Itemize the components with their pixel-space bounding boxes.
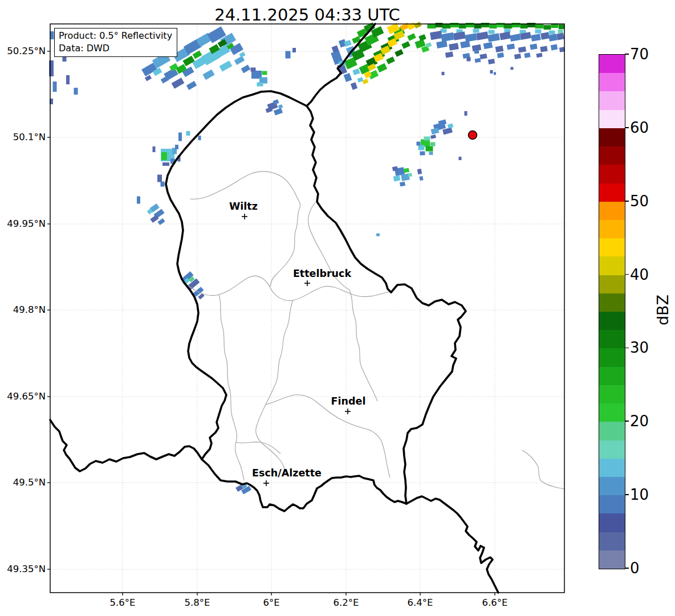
radar-echo-cell xyxy=(466,23,474,27)
radar-echo-cell xyxy=(351,82,357,89)
radar-echo-cell xyxy=(175,145,178,149)
y-axis-tick-label: 50.25°N xyxy=(0,45,46,58)
radar-echo-cell xyxy=(172,77,185,89)
y-axis-tick-label: 49.8°N xyxy=(0,304,46,316)
radar-echo-cell xyxy=(234,56,245,65)
colorbar-segment xyxy=(599,201,625,220)
colorbar-segment xyxy=(599,238,625,257)
radar-echo-cell xyxy=(426,146,433,152)
radar-echo-cell xyxy=(404,168,409,173)
colorbar-tick-mark xyxy=(625,421,629,422)
colorbar-segment xyxy=(599,513,625,532)
radar-echo-cell xyxy=(499,32,511,40)
radar-echo-cell xyxy=(401,41,410,49)
x-axis-tick-label: 6.4°E xyxy=(395,597,446,609)
district-borders xyxy=(181,172,564,489)
radar-echo-cell xyxy=(424,137,430,141)
colorbar-tick-label: 0 xyxy=(630,559,640,577)
colorbar-tick-label: 20 xyxy=(630,412,649,430)
colorbar-segment xyxy=(599,109,625,128)
radar-echo-cell xyxy=(198,136,201,140)
radar-echo-cell xyxy=(512,23,521,27)
radar-echo-cell xyxy=(153,146,156,152)
radar-echo-cell xyxy=(274,108,283,115)
colorbar-segment xyxy=(599,275,625,293)
colorbar-segment xyxy=(599,532,625,550)
radar-echo-cell xyxy=(400,182,405,186)
radar-echo-cell xyxy=(479,54,487,59)
radar-echo-cell xyxy=(362,79,368,84)
radar-echo-cell xyxy=(357,77,364,83)
radar-map xyxy=(0,0,675,616)
radar-echo-cell xyxy=(527,23,536,27)
radar-echo-cell xyxy=(292,48,296,52)
colorbar-segment xyxy=(599,73,625,92)
data-source-label: Data: DWD xyxy=(59,42,172,55)
colorbar-segment xyxy=(599,312,625,331)
radar-echo-cell xyxy=(438,119,447,125)
colorbar-segment xyxy=(599,165,625,183)
radar-echo-cell xyxy=(431,128,440,134)
colorbar-segment xyxy=(599,550,625,569)
colorbar-tick-label: 70 xyxy=(630,45,649,63)
colorbar-segment xyxy=(599,385,625,403)
product-info-box: Product: 0.5° Reflectivity Data: DWD xyxy=(54,28,177,57)
colorbar-segment xyxy=(599,146,625,165)
map-markers xyxy=(242,131,477,487)
radar-echo-cell xyxy=(239,52,245,58)
colorbar-tick-mark xyxy=(625,54,629,55)
radar-echo-cell xyxy=(193,51,202,59)
radar-echo-cell xyxy=(430,31,442,40)
radar-echo-cell xyxy=(417,142,421,146)
radar-echo-cell xyxy=(178,133,182,141)
colorbar-segment xyxy=(599,422,625,440)
radar-echo-cell xyxy=(524,52,530,58)
radar-echo-cell xyxy=(414,22,421,28)
radar-echo-cell xyxy=(278,104,283,109)
grid-lines xyxy=(50,24,564,593)
station-dot xyxy=(469,131,477,140)
radar-echo-cell xyxy=(430,134,436,139)
colorbar-segment xyxy=(599,183,625,202)
radar-echo-cell xyxy=(558,30,563,34)
colorbar-tick-mark xyxy=(625,201,629,202)
radar-echo-cell xyxy=(202,70,214,80)
district-line xyxy=(190,172,300,287)
colorbar-segment xyxy=(599,330,625,349)
radar-echo-cell xyxy=(481,23,490,27)
y-axis-tick-label: 49.95°N xyxy=(0,218,46,230)
radar-echo-cell xyxy=(507,43,515,50)
x-axis-tick-label: 5.8°E xyxy=(172,597,223,609)
radar-figure: 24.11.2025 04:33 UTC Product: 0.5° Refle… xyxy=(0,0,675,616)
belgium-france-border xyxy=(50,420,202,471)
city-label: Wiltz xyxy=(229,201,258,212)
radar-echo-cell xyxy=(489,30,495,34)
radar-echo-cell xyxy=(474,24,482,28)
colorbar-tick-label: 60 xyxy=(630,119,649,137)
radar-echo-cell xyxy=(549,31,555,35)
radar-echo-cell xyxy=(510,34,521,42)
colorbar-tick-label: 50 xyxy=(630,192,649,210)
colorbar-segment xyxy=(599,403,625,422)
radar-echo-cell xyxy=(544,25,551,30)
radar-echo-cell xyxy=(429,152,433,155)
radar-echo-cell xyxy=(445,51,453,58)
y-axis-tick-label: 49.5°N xyxy=(0,476,46,489)
radar-echo-cell xyxy=(407,33,416,41)
colorbar-unit-label: dBZ xyxy=(654,290,672,330)
colorbar-tick-label: 30 xyxy=(630,338,649,357)
radar-echo-cell xyxy=(449,43,459,51)
x-axis-tick-label: 6°E xyxy=(246,597,297,609)
radar-echo-cell xyxy=(487,33,500,42)
radar-echo-cell xyxy=(266,107,273,113)
radar-echo-cell xyxy=(441,32,454,42)
radar-echo-cell xyxy=(497,52,504,58)
radar-echo-cell xyxy=(436,23,443,27)
colorbar-tick-mark xyxy=(625,274,629,275)
y-axis-tick-label: 49.35°N xyxy=(0,563,46,576)
district-line xyxy=(266,395,390,478)
radar-echo-cell xyxy=(518,46,526,52)
radar-echo-cell xyxy=(490,70,493,74)
radar-echo-cell xyxy=(186,81,197,90)
radar-echo-cell xyxy=(514,54,521,59)
